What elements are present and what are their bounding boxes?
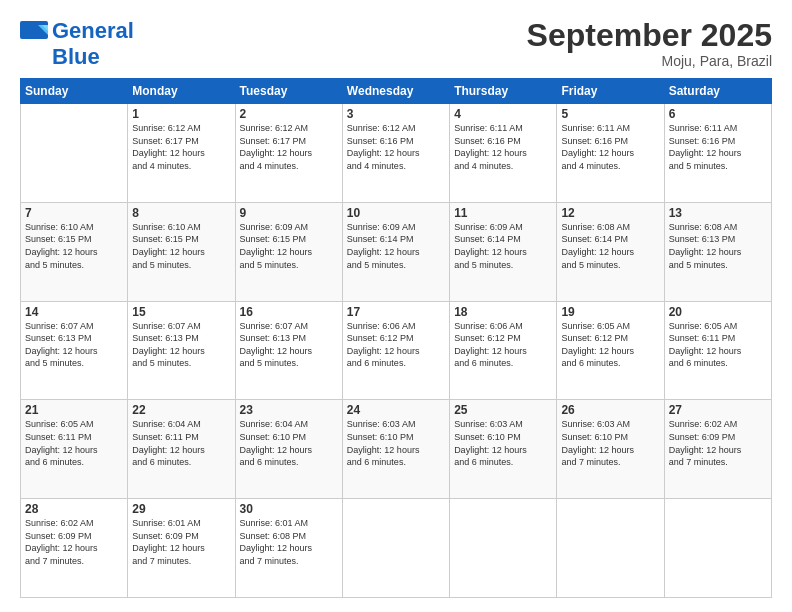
day-info: Sunrise: 6:07 AM Sunset: 6:13 PM Dayligh… (132, 320, 230, 370)
day-info: Sunrise: 6:03 AM Sunset: 6:10 PM Dayligh… (561, 418, 659, 468)
day-number: 19 (561, 305, 659, 319)
day-info: Sunrise: 6:07 AM Sunset: 6:13 PM Dayligh… (240, 320, 338, 370)
day-number: 23 (240, 403, 338, 417)
table-row: 8Sunrise: 6:10 AM Sunset: 6:15 PM Daylig… (128, 202, 235, 301)
day-info: Sunrise: 6:03 AM Sunset: 6:10 PM Dayligh… (454, 418, 552, 468)
table-row: 29Sunrise: 6:01 AM Sunset: 6:09 PM Dayli… (128, 499, 235, 598)
day-number: 7 (25, 206, 123, 220)
calendar-week-row: 28Sunrise: 6:02 AM Sunset: 6:09 PM Dayli… (21, 499, 772, 598)
day-info: Sunrise: 6:05 AM Sunset: 6:12 PM Dayligh… (561, 320, 659, 370)
table-row: 3Sunrise: 6:12 AM Sunset: 6:16 PM Daylig… (342, 104, 449, 203)
col-monday: Monday (128, 79, 235, 104)
col-friday: Friday (557, 79, 664, 104)
table-row: 26Sunrise: 6:03 AM Sunset: 6:10 PM Dayli… (557, 400, 664, 499)
calendar-table: Sunday Monday Tuesday Wednesday Thursday… (20, 78, 772, 598)
day-number: 2 (240, 107, 338, 121)
title-area: September 2025 Moju, Para, Brazil (527, 18, 772, 69)
day-info: Sunrise: 6:09 AM Sunset: 6:14 PM Dayligh… (454, 221, 552, 271)
day-number: 27 (669, 403, 767, 417)
days-header-row: Sunday Monday Tuesday Wednesday Thursday… (21, 79, 772, 104)
table-row: 22Sunrise: 6:04 AM Sunset: 6:11 PM Dayli… (128, 400, 235, 499)
table-row: 11Sunrise: 6:09 AM Sunset: 6:14 PM Dayli… (450, 202, 557, 301)
day-info: Sunrise: 6:12 AM Sunset: 6:16 PM Dayligh… (347, 122, 445, 172)
day-info: Sunrise: 6:11 AM Sunset: 6:16 PM Dayligh… (454, 122, 552, 172)
day-number: 6 (669, 107, 767, 121)
day-info: Sunrise: 6:04 AM Sunset: 6:11 PM Dayligh… (132, 418, 230, 468)
logo: General Blue (20, 18, 134, 70)
table-row: 19Sunrise: 6:05 AM Sunset: 6:12 PM Dayli… (557, 301, 664, 400)
table-row: 30Sunrise: 6:01 AM Sunset: 6:08 PM Dayli… (235, 499, 342, 598)
day-info: Sunrise: 6:01 AM Sunset: 6:09 PM Dayligh… (132, 517, 230, 567)
table-row: 14Sunrise: 6:07 AM Sunset: 6:13 PM Dayli… (21, 301, 128, 400)
table-row (557, 499, 664, 598)
day-number: 28 (25, 502, 123, 516)
location-subtitle: Moju, Para, Brazil (527, 53, 772, 69)
day-info: Sunrise: 6:08 AM Sunset: 6:14 PM Dayligh… (561, 221, 659, 271)
table-row: 27Sunrise: 6:02 AM Sunset: 6:09 PM Dayli… (664, 400, 771, 499)
day-number: 29 (132, 502, 230, 516)
day-info: Sunrise: 6:07 AM Sunset: 6:13 PM Dayligh… (25, 320, 123, 370)
day-number: 5 (561, 107, 659, 121)
day-info: Sunrise: 6:01 AM Sunset: 6:08 PM Dayligh… (240, 517, 338, 567)
day-number: 10 (347, 206, 445, 220)
day-number: 9 (240, 206, 338, 220)
header: General Blue September 2025 Moju, Para, … (20, 18, 772, 70)
table-row: 10Sunrise: 6:09 AM Sunset: 6:14 PM Dayli… (342, 202, 449, 301)
table-row: 16Sunrise: 6:07 AM Sunset: 6:13 PM Dayli… (235, 301, 342, 400)
table-row: 23Sunrise: 6:04 AM Sunset: 6:10 PM Dayli… (235, 400, 342, 499)
logo-general: General (52, 18, 134, 43)
day-info: Sunrise: 6:09 AM Sunset: 6:15 PM Dayligh… (240, 221, 338, 271)
day-info: Sunrise: 6:08 AM Sunset: 6:13 PM Dayligh… (669, 221, 767, 271)
day-number: 20 (669, 305, 767, 319)
day-number: 16 (240, 305, 338, 319)
table-row: 12Sunrise: 6:08 AM Sunset: 6:14 PM Dayli… (557, 202, 664, 301)
table-row: 5Sunrise: 6:11 AM Sunset: 6:16 PM Daylig… (557, 104, 664, 203)
table-row: 24Sunrise: 6:03 AM Sunset: 6:10 PM Dayli… (342, 400, 449, 499)
page: General Blue September 2025 Moju, Para, … (0, 0, 792, 612)
day-number: 8 (132, 206, 230, 220)
calendar-week-row: 21Sunrise: 6:05 AM Sunset: 6:11 PM Dayli… (21, 400, 772, 499)
day-number: 11 (454, 206, 552, 220)
table-row (342, 499, 449, 598)
day-info: Sunrise: 6:05 AM Sunset: 6:11 PM Dayligh… (25, 418, 123, 468)
day-number: 4 (454, 107, 552, 121)
day-number: 12 (561, 206, 659, 220)
table-row: 1Sunrise: 6:12 AM Sunset: 6:17 PM Daylig… (128, 104, 235, 203)
day-number: 18 (454, 305, 552, 319)
table-row: 17Sunrise: 6:06 AM Sunset: 6:12 PM Dayli… (342, 301, 449, 400)
day-number: 26 (561, 403, 659, 417)
table-row: 2Sunrise: 6:12 AM Sunset: 6:17 PM Daylig… (235, 104, 342, 203)
table-row: 28Sunrise: 6:02 AM Sunset: 6:09 PM Dayli… (21, 499, 128, 598)
day-number: 15 (132, 305, 230, 319)
day-info: Sunrise: 6:09 AM Sunset: 6:14 PM Dayligh… (347, 221, 445, 271)
day-info: Sunrise: 6:03 AM Sunset: 6:10 PM Dayligh… (347, 418, 445, 468)
col-sunday: Sunday (21, 79, 128, 104)
calendar-week-row: 1Sunrise: 6:12 AM Sunset: 6:17 PM Daylig… (21, 104, 772, 203)
logo-icon (20, 21, 50, 41)
table-row: 25Sunrise: 6:03 AM Sunset: 6:10 PM Dayli… (450, 400, 557, 499)
table-row (21, 104, 128, 203)
day-number: 17 (347, 305, 445, 319)
table-row: 4Sunrise: 6:11 AM Sunset: 6:16 PM Daylig… (450, 104, 557, 203)
day-info: Sunrise: 6:10 AM Sunset: 6:15 PM Dayligh… (25, 221, 123, 271)
table-row: 20Sunrise: 6:05 AM Sunset: 6:11 PM Dayli… (664, 301, 771, 400)
day-number: 1 (132, 107, 230, 121)
day-info: Sunrise: 6:10 AM Sunset: 6:15 PM Dayligh… (132, 221, 230, 271)
table-row (450, 499, 557, 598)
day-info: Sunrise: 6:06 AM Sunset: 6:12 PM Dayligh… (347, 320, 445, 370)
table-row: 18Sunrise: 6:06 AM Sunset: 6:12 PM Dayli… (450, 301, 557, 400)
table-row (664, 499, 771, 598)
calendar-week-row: 7Sunrise: 6:10 AM Sunset: 6:15 PM Daylig… (21, 202, 772, 301)
month-title: September 2025 (527, 18, 772, 53)
day-number: 3 (347, 107, 445, 121)
day-info: Sunrise: 6:05 AM Sunset: 6:11 PM Dayligh… (669, 320, 767, 370)
day-info: Sunrise: 6:12 AM Sunset: 6:17 PM Dayligh… (240, 122, 338, 172)
day-number: 22 (132, 403, 230, 417)
table-row: 21Sunrise: 6:05 AM Sunset: 6:11 PM Dayli… (21, 400, 128, 499)
day-info: Sunrise: 6:06 AM Sunset: 6:12 PM Dayligh… (454, 320, 552, 370)
col-saturday: Saturday (664, 79, 771, 104)
table-row: 13Sunrise: 6:08 AM Sunset: 6:13 PM Dayli… (664, 202, 771, 301)
day-number: 25 (454, 403, 552, 417)
col-wednesday: Wednesday (342, 79, 449, 104)
col-tuesday: Tuesday (235, 79, 342, 104)
